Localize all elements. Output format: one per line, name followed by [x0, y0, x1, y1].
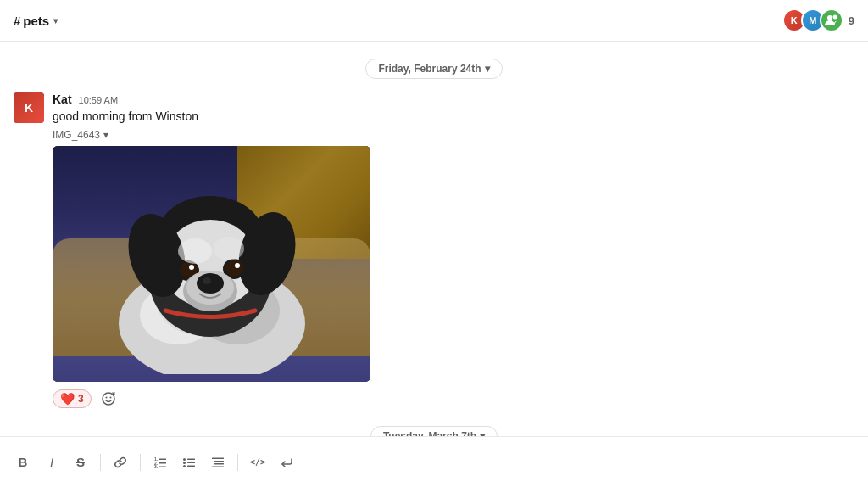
attachment-chevron-icon: ▾ — [103, 129, 108, 141]
dog-svg — [68, 154, 356, 374]
svg-rect-36 — [187, 458, 195, 460]
svg-point-25 — [105, 396, 107, 398]
code-button[interactable]: </> — [245, 450, 270, 475]
tuesday-date-chevron: ▾ — [480, 430, 485, 436]
attachment-label[interactable]: IMG_4643 ▾ — [53, 129, 854, 141]
kat-avatar: K — [14, 92, 44, 123]
add-reaction-button[interactable] — [97, 389, 120, 409]
svg-point-37 — [183, 462, 186, 464]
svg-rect-32 — [159, 462, 166, 464]
svg-rect-43 — [214, 463, 224, 465]
more-button[interactable] — [274, 450, 299, 475]
svg-rect-44 — [212, 466, 224, 467]
svg-point-35 — [183, 458, 186, 461]
channel-name[interactable]: # pets ▾ — [14, 14, 58, 28]
tuesday-date-text: Tuesday, March 7th — [383, 430, 476, 436]
attachment-filename: IMG_4643 — [53, 129, 100, 141]
message-author: Kat — [53, 92, 72, 106]
svg-rect-38 — [187, 462, 195, 463]
header-right-area: K M 9 — [782, 8, 854, 32]
svg-point-16 — [225, 260, 244, 277]
message-meta-kat: Kat 10:59 AM — [53, 92, 854, 106]
svg-point-17 — [235, 263, 240, 268]
channel-name-text: pets — [23, 14, 49, 28]
date-divider-friday[interactable]: Friday, February 24th ▾ — [0, 59, 868, 79]
message-body-kat: Kat 10:59 AM good morning from Winston I… — [53, 92, 854, 409]
svg-rect-30 — [159, 458, 166, 460]
friday-date-text: Friday, February 24th — [378, 63, 481, 75]
svg-point-39 — [183, 465, 186, 467]
channel-header: # pets ▾ K M 9 — [0, 0, 868, 42]
tuesday-date-pill[interactable]: Tuesday, March 7th ▾ — [370, 426, 498, 436]
add-reaction-icon — [102, 392, 115, 406]
svg-point-20 — [197, 273, 224, 294]
unordered-list-icon — [182, 456, 196, 469]
svg-rect-34 — [159, 466, 166, 467]
heart-reaction[interactable]: ❤️ 3 — [53, 389, 92, 408]
message-text: good morning from Winston — [53, 108, 854, 126]
svg-point-23 — [214, 237, 244, 260]
channel-title-area: # pets ▾ — [14, 14, 58, 28]
hash-icon: # — [14, 14, 20, 28]
svg-point-0 — [827, 15, 832, 20]
indent-icon — [211, 456, 225, 469]
toolbar-divider-3 — [237, 454, 238, 471]
svg-point-1 — [832, 15, 837, 20]
message-image[interactable] — [53, 146, 370, 382]
reactions-bar: ❤️ 3 — [53, 389, 854, 409]
member-count[interactable]: 9 — [849, 14, 854, 27]
return-icon — [280, 456, 293, 469]
avatar-3 — [820, 8, 843, 32]
avatar-stack: K M — [782, 8, 843, 32]
svg-rect-42 — [214, 461, 224, 462]
svg-point-22 — [178, 238, 212, 264]
message-group-kat: K Kat 10:59 AM good morning from Winston… — [0, 89, 868, 416]
channel-chevron-icon: ▾ — [53, 16, 58, 25]
link-button[interactable] — [108, 450, 133, 475]
date-divider-tuesday[interactable]: Tuesday, March 7th ▾ — [0, 426, 868, 436]
toolbar-divider-2 — [140, 454, 141, 471]
friday-date-chevron: ▾ — [485, 63, 490, 75]
svg-point-21 — [203, 277, 211, 284]
ordered-list-icon: 1. 2. 3. — [153, 456, 167, 469]
link-icon — [114, 456, 127, 469]
dog-photo — [53, 146, 370, 382]
svg-rect-40 — [187, 465, 195, 467]
message-list: Friday, February 24th ▾ K Kat 10:59 AM g… — [0, 42, 868, 436]
italic-button[interactable]: I — [39, 450, 64, 475]
dog-svg-wrapper — [53, 146, 370, 382]
member-avatars[interactable]: K M 9 — [782, 8, 854, 32]
svg-rect-41 — [212, 457, 224, 459]
strikethrough-button[interactable]: S — [68, 450, 93, 475]
message-time: 10:59 AM — [79, 95, 118, 105]
heart-count: 3 — [78, 393, 84, 405]
heart-emoji: ❤️ — [60, 392, 75, 406]
kat-avatar-inner: K — [14, 92, 44, 123]
friday-date-pill[interactable]: Friday, February 24th ▾ — [365, 59, 502, 79]
toolbar-divider-1 — [100, 454, 101, 471]
indent-button[interactable] — [205, 450, 231, 475]
message-toolbar: B I S 1. 2. 3. — [0, 436, 868, 487]
unordered-list-button[interactable] — [176, 450, 202, 475]
svg-point-26 — [109, 396, 111, 398]
svg-text:3.: 3. — [154, 464, 159, 469]
svg-point-14 — [189, 265, 194, 270]
bold-button[interactable]: B — [10, 450, 36, 475]
ordered-list-button[interactable]: 1. 2. 3. — [147, 450, 173, 475]
